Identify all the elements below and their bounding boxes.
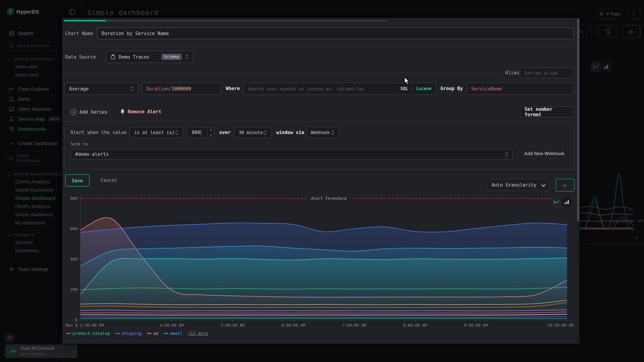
chart-type-toggle bbox=[551, 197, 572, 207]
chart-legend: product-catalogshippingademail+12 more bbox=[66, 331, 208, 336]
bar-chart-icon[interactable] bbox=[562, 197, 572, 206]
progress-bar-track bbox=[64, 20, 388, 21]
legend-item[interactable]: product-catalog bbox=[66, 331, 110, 336]
svg-text:Nov 6 2:30:00 AM: Nov 6 2:30:00 AM bbox=[66, 323, 104, 328]
updown-chevron-icon bbox=[331, 130, 334, 135]
group-by-input[interactable]: ServiceName bbox=[466, 83, 574, 95]
remove-alert-button[interactable]: Remove Alert bbox=[120, 109, 161, 114]
granularity-select[interactable]: Auto Granularity bbox=[487, 179, 550, 191]
edit-chart-modal: Chart Name Duration by Service Name Data… bbox=[62, 18, 580, 344]
mouse-cursor bbox=[404, 77, 410, 86]
updown-chevron-icon bbox=[185, 54, 188, 59]
progress-bar-value bbox=[64, 20, 106, 21]
legend-swatch bbox=[66, 333, 71, 334]
send-to-label: Send to bbox=[70, 142, 88, 147]
modal-scrollbar-thumb[interactable] bbox=[577, 18, 579, 221]
section-divider bbox=[62, 46, 580, 46]
chart-name-label: Chart Name bbox=[65, 31, 93, 36]
where-label: Where bbox=[226, 86, 240, 91]
series-divider bbox=[62, 73, 501, 73]
field-input[interactable]: Duration/1000000 bbox=[142, 83, 221, 95]
schema-badge: Schema bbox=[161, 54, 182, 60]
svg-text:6:00:00 AM: 6:00:00 AM bbox=[282, 323, 305, 328]
add-new-webhook-button[interactable]: Add New Webhook bbox=[524, 151, 564, 156]
svg-text:Alert Threshold: Alert Threshold bbox=[311, 196, 347, 201]
svg-text:4:00:00 AM: 4:00:00 AM bbox=[160, 323, 184, 328]
legend-item[interactable]: ad bbox=[147, 331, 158, 336]
add-series-button[interactable]: + Add Series bbox=[70, 109, 108, 115]
svg-text:8:00:00 AM: 8:00:00 AM bbox=[403, 323, 427, 328]
field-token: / bbox=[169, 86, 172, 91]
svg-text:200: 200 bbox=[70, 287, 77, 292]
legend-item[interactable]: email bbox=[164, 331, 182, 336]
svg-text:5:00:00 AM: 5:00:00 AM bbox=[221, 323, 244, 328]
updown-chevron-icon bbox=[263, 130, 267, 135]
alert-channel-select[interactable]: Webhook bbox=[306, 127, 339, 138]
alias-input[interactable]: Series alias bbox=[520, 68, 574, 78]
text-caret bbox=[201, 130, 201, 135]
field-token: 1000000 bbox=[172, 86, 191, 91]
aggregation-select[interactable]: Average bbox=[64, 83, 138, 95]
group-by-label: Group By bbox=[440, 86, 463, 91]
database-icon bbox=[110, 54, 116, 59]
line-chart-icon[interactable] bbox=[552, 197, 562, 206]
lucene-mode[interactable]: Lucene bbox=[416, 86, 432, 91]
alert-via-label: window via bbox=[276, 130, 304, 135]
legend-item[interactable]: +12 more bbox=[188, 331, 208, 336]
number-stepper[interactable] bbox=[207, 127, 214, 138]
alert-prefix-label: Alert when the value bbox=[70, 130, 126, 135]
send-to-select[interactable]: #demo-alerts bbox=[70, 149, 513, 159]
alert-condition-select[interactable]: is at least (≥) bbox=[130, 127, 183, 138]
legend-swatch bbox=[147, 333, 152, 334]
legend-swatch bbox=[116, 333, 120, 334]
updown-chevron-icon bbox=[505, 152, 508, 157]
field-token: Duration bbox=[146, 86, 169, 91]
alert-window-select[interactable]: 30 minute bbox=[234, 127, 272, 138]
save-button[interactable]: Save bbox=[65, 175, 90, 186]
chevron-down-icon bbox=[542, 183, 546, 187]
bell-icon bbox=[120, 109, 125, 114]
svg-text:10:30:00 AM: 10:30:00 AM bbox=[548, 323, 574, 328]
alert-threshold-input[interactable]: 800 bbox=[186, 127, 214, 138]
svg-text:7:00:00 AM: 7:00:00 AM bbox=[342, 323, 366, 328]
alert-over-label: over bbox=[219, 130, 230, 135]
svg-text:600: 600 bbox=[70, 227, 77, 231]
legend-swatch bbox=[164, 333, 168, 334]
data-source-label: Data Source bbox=[65, 54, 96, 60]
svg-text:800: 800 bbox=[70, 196, 77, 201]
updown-chevron-icon bbox=[175, 130, 178, 135]
legend-item[interactable]: shipping bbox=[116, 331, 142, 336]
svg-text:400: 400 bbox=[70, 257, 77, 261]
data-source-select[interactable]: Demo Traces Schema bbox=[106, 51, 193, 63]
cancel-button[interactable]: Cancel bbox=[100, 178, 117, 183]
app-viewport: HyperDX Simple dashboard Search Saved Se… bbox=[0, 0, 644, 362]
chart-name-input[interactable]: Duration by Service Name bbox=[97, 27, 574, 39]
alias-label: Alias bbox=[505, 70, 519, 75]
updown-chevron-icon bbox=[130, 86, 134, 91]
preview-chart: 8006004002000Nov 6 2:30:00 AM4:00:00 AM5… bbox=[66, 195, 574, 328]
svg-text:9:00:00 AM: 9:00:00 AM bbox=[464, 323, 488, 328]
plus-circle-icon: + bbox=[70, 109, 76, 115]
set-number-format-button[interactable]: Set number format bbox=[520, 107, 574, 117]
play-button[interactable]: ▷ bbox=[556, 179, 574, 191]
svg-text:0: 0 bbox=[75, 318, 77, 322]
sql-mode[interactable]: SQL bbox=[400, 86, 408, 91]
